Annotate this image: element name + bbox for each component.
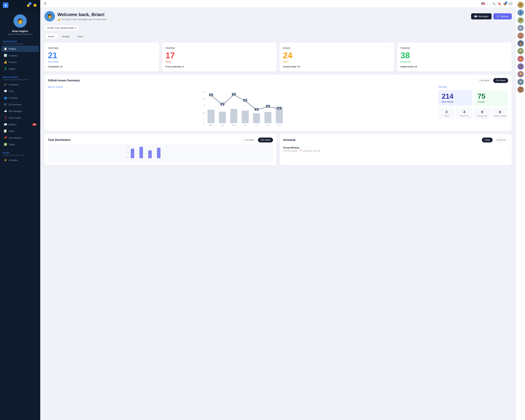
location-icon: 📍 (300, 150, 302, 152)
card-summary-footer-prefix: Completed: (48, 65, 59, 68)
cart-icon[interactable]: 📦 5 (503, 2, 507, 5)
sidebar-item-mailbox[interactable]: ✉️ Mailbox 27 (1, 121, 39, 128)
online-indicator (522, 7, 524, 8)
notifications-icon[interactable]: 🔔 3 (26, 3, 31, 8)
sidebar-item-helpcenter[interactable]: ❓ Help Center › (1, 115, 39, 121)
messages-button[interactable]: ✉️ Messages (471, 13, 492, 19)
filemanager-icon: ☁️ (4, 110, 7, 113)
github-issues-header: Github Issues Summary Last Week This Wee… (48, 78, 508, 83)
hamburger-menu-icon[interactable]: ☰ (44, 2, 47, 6)
card-issues-menu-icon[interactable]: ⋮ (388, 46, 391, 50)
schedule-today-button[interactable]: Today (482, 138, 493, 142)
chart-subtitle: New vs. Closed (48, 86, 435, 88)
card-overdue-number: 17 (166, 51, 273, 60)
card-issues-number: 24 (283, 51, 391, 60)
card-summary-footer-value: 13 (60, 65, 62, 68)
schedule-item-meta: 🕐 in 32 minutes 📍 Conference room 1B (283, 150, 320, 152)
mini-stat-reopened-number: 8 (475, 110, 489, 114)
right-sidebar-avatar-9[interactable]: 👱‍♀️ (517, 71, 524, 77)
card-features-menu-icon[interactable]: ⋮ (505, 46, 508, 50)
sidebar-item-filemanager[interactable]: ☁️ File Manager (1, 108, 39, 114)
main-container: ☰ 🇺🇸 ⛶ 🔍 🔖 📦 5 💬 🧑 Welcome back, Brian! (40, 0, 516, 420)
right-sidebar-avatar-8[interactable]: 👩‍🦱 (517, 63, 524, 70)
card-overdue-menu-icon[interactable]: ⋮ (270, 46, 273, 50)
sidebar-item-academy[interactable]: 🎓 Academy (1, 81, 39, 88)
sidebar-item-tasks[interactable]: ✅ Tasks (1, 141, 39, 148)
svg-text:0: 0 (203, 122, 204, 124)
avatar-initial: M (520, 27, 522, 29)
right-sidebar-avatar-0[interactable]: 🧔 (517, 2, 524, 8)
tab-budget[interactable]: Budget (59, 34, 73, 39)
welcome-title: Welcome back, Brian! (57, 12, 106, 17)
finance-icon: 💰 (4, 61, 7, 64)
project-selector[interactable]: ACME Corp. Backend App ▾ (45, 25, 79, 31)
project-selector-label: ACME Corp. Backend App (47, 27, 74, 29)
github-this-week-button[interactable]: This Week (493, 78, 508, 83)
user-menu-icon[interactable]: 😊 (33, 3, 38, 8)
mini-stat-triage: 6 Needs Triage (492, 108, 508, 119)
sidebar-item-crypto[interactable]: 💲 Crypto (1, 66, 39, 72)
task-dist-title: Task Distribution (48, 139, 71, 141)
messages-topbar-icon[interactable]: 💬 (509, 2, 512, 5)
right-sidebar: 🧔 👤 👩 M 👩‍🦰 🧑‍🦱 👩‍🦳 🧑‍🦰 👩‍🦱 👱‍♀️ M 🧔‍♂️ (516, 0, 525, 420)
sidebar-item-ecommerce[interactable]: 🛒 ECommerce › (1, 101, 39, 108)
welcome-text: Welcome back, Brian! 🔔 You have 2 new me… (57, 12, 106, 21)
sidebar-item-analytics[interactable]: 📊 Analytics (1, 52, 39, 59)
right-sidebar-avatar-5[interactable]: 🧑‍🦱 (517, 40, 524, 47)
bookmark-icon[interactable]: 🔖 (498, 2, 501, 5)
right-sidebar-avatar-1[interactable]: 👤 (517, 9, 524, 16)
right-sidebar-avatar-11[interactable]: 🧔‍♂️ (517, 86, 524, 93)
welcome-bar: 🧑 Welcome back, Brian! 🔔 You have 2 new … (45, 11, 512, 21)
task-dist-last-week-button[interactable]: Last Week (242, 138, 257, 142)
search-icon[interactable]: 🔍 (492, 2, 496, 5)
github-last-week-button[interactable]: Last Week (477, 78, 492, 83)
user-profile: 🧑 Brian Hughes hughes.brian@company.com (0, 10, 40, 38)
schedule-item-title: Group Meeting (283, 146, 320, 149)
card-issues-footer-value: 19 (298, 65, 300, 68)
card-features-header: Features ⋮ (401, 46, 508, 50)
svg-text:Thu: Thu (244, 124, 247, 126)
card-features-title: Features (401, 47, 410, 49)
nav-section-pages: PAGES Custom made page designs (0, 149, 40, 157)
app-logo[interactable]: ◆ (3, 2, 8, 8)
svg-text:45: 45 (203, 91, 205, 93)
right-sidebar-avatar-2[interactable]: 👩 (517, 17, 524, 23)
summary-cards: Summary ⋮ 21 Due Tasks Completed: 13 Ove… (45, 43, 512, 71)
right-sidebar-avatar-3[interactable]: M (517, 25, 524, 31)
card-summary-menu-icon[interactable]: ⋮ (153, 46, 156, 50)
sidebar-item-scrumboard[interactable]: 📌 Scrumboard (1, 135, 39, 141)
tab-home[interactable]: Home (45, 34, 58, 39)
svg-text:Sat: Sat (267, 124, 269, 126)
sidebar-item-label-helpcenter: Help Center (9, 117, 21, 119)
tab-team[interactable]: Team (74, 34, 87, 39)
sidebar-item-notes[interactable]: 📝 Notes (1, 128, 39, 134)
nav-section-dashboards: DASHBOARDS Unique dashboard designs (0, 38, 40, 46)
card-features-footer-value: 16 (415, 65, 417, 68)
schedule-item-arrow-icon[interactable]: › (507, 148, 508, 150)
right-sidebar-avatar-6[interactable]: 👩‍🦳 (517, 48, 524, 54)
settings-button[interactable]: ⚙️ Settings (493, 13, 512, 19)
welcome-left: 🧑 Welcome back, Brian! 🔔 You have 2 new … (45, 11, 106, 21)
issues-chart: 45 36 27 18 9 0 (52, 90, 435, 127)
sidebar-item-finance[interactable]: 💰 Finance (1, 59, 39, 65)
sidebar-item-contacts[interactable]: 👥 Contacts (1, 95, 39, 101)
github-issues-section: Github Issues Summary Last Week This Wee… (45, 75, 512, 131)
user-name: Brian Hughes (12, 30, 28, 33)
svg-rect-15 (253, 113, 260, 123)
right-sidebar-avatar-7[interactable]: 🧑‍🦰 (517, 56, 524, 62)
sidebar-item-label-mailbox: Mailbox (9, 123, 17, 126)
online-indicator (522, 37, 524, 39)
mini-stat-wontfix-label: Won't Fix (458, 115, 471, 117)
sidebar-item-chat[interactable]: 💬 Chat (1, 88, 39, 94)
task-distribution-section: Task Distribution Last Week This Week 40… (45, 134, 276, 165)
tasks-icon: ✅ (4, 143, 7, 146)
sidebar-item-project[interactable]: 📋 Project (1, 46, 39, 52)
activities-icon: ⚡ (4, 159, 7, 162)
right-sidebar-avatar-4[interactable]: 👩‍🦰 (517, 33, 524, 39)
fullscreen-icon[interactable]: ⛶ (487, 2, 490, 5)
right-sidebar-avatar-10[interactable]: M (517, 79, 524, 85)
schedule-tomorrow-button[interactable]: Tomorrow (494, 138, 508, 142)
sidebar-item-activities[interactable]: ⚡ Activities (1, 157, 39, 163)
mini-stats-row: 3 Fixed 4 Won't Fix 8 Re-opened 6 (438, 108, 508, 119)
task-dist-this-week-button[interactable]: This Week (258, 138, 273, 142)
